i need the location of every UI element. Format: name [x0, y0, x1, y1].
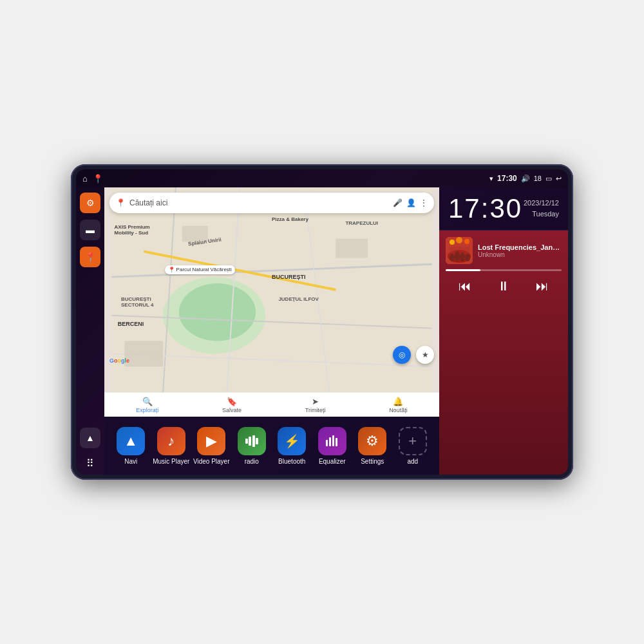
map-share-btn[interactable]: ➤ Trimiteți [305, 397, 326, 413]
map-bottom-bar: 🔍 Explorați 🔖 Salvate ➤ Trimiteți 🔔 Nout… [104, 392, 439, 417]
bluetooth-label: Bluetooth [278, 458, 305, 465]
svg-point-27 [465, 254, 470, 261]
svg-rect-20 [336, 438, 337, 446]
music-album-art [446, 237, 473, 264]
grid-icon: ⠿ [86, 457, 94, 469]
explore-icon: 🔍 [142, 397, 153, 406]
music-text: Lost Frequencies_Janie... Unknown [478, 243, 562, 258]
svg-rect-11 [336, 239, 368, 258]
map-location-btn[interactable]: ◎ [393, 346, 411, 364]
status-left: ⌂ 📍 [82, 174, 103, 184]
video-player-label: Video Player [193, 458, 230, 465]
back-icon[interactable]: ↩ [556, 175, 562, 183]
music-title: Lost Frequencies_Janie... [478, 243, 562, 251]
map-label-buc: BUCUREȘTI [272, 274, 306, 280]
map-news-btn[interactable]: 🔔 Noutăți [389, 397, 408, 413]
status-right: ▾ 17:30 🔊 18 ▭ ↩ [489, 174, 562, 183]
main-content: ⚙ ▬ 📍 ▲ ⠿ [76, 187, 568, 475]
music-progress-fill [446, 269, 480, 271]
battery-icon: ▭ [545, 175, 552, 183]
maps-status-icon[interactable]: 📍 [93, 174, 103, 184]
center-area: AXIS PremiumMobility - Sud Pizza & Baker… [104, 187, 439, 475]
svg-point-30 [464, 239, 469, 244]
maps-sidebar-btn[interactable]: 📍 [80, 247, 100, 267]
clock-day: Tuesday [524, 209, 559, 220]
news-icon: 🔔 [393, 397, 403, 406]
svg-point-25 [455, 251, 460, 261]
map-label-pizza: Pizza & Bakery [272, 216, 308, 222]
radio-label: radio [245, 458, 259, 465]
status-time: 17:30 [497, 174, 517, 183]
location-icon: ◎ [399, 350, 405, 359]
app-music-player[interactable]: ♪ Music Player [151, 427, 192, 465]
mic-icon[interactable]: 🎤 [393, 198, 402, 207]
volume-icon: 🔊 [521, 175, 530, 183]
map-saved-btn[interactable]: 🔖 Salvate [222, 397, 242, 413]
map-fab[interactable]: ★ [416, 346, 434, 364]
music-progress-bar[interactable] [446, 269, 562, 271]
saved-icon: 🔖 [227, 397, 237, 406]
app-settings[interactable]: ⚙ Settings [352, 427, 393, 465]
pause-btn[interactable]: ⏸ [492, 276, 515, 296]
equalizer-label: Equalizer [319, 458, 346, 465]
map-explore-btn[interactable]: 🔍 Explorați [136, 397, 158, 413]
share-label: Trimiteți [305, 407, 326, 413]
svg-rect-18 [329, 437, 331, 446]
map-container[interactable]: AXIS PremiumMobility - Sud Pizza & Baker… [104, 187, 439, 392]
wifi-icon: ▾ [489, 175, 493, 183]
app-navi[interactable]: ▲ Navi [111, 427, 151, 465]
app-bluetooth[interactable]: ⚡ Bluetooth [272, 427, 312, 465]
more-icon[interactable]: ⋮ [420, 198, 428, 207]
map-poi-label: Parcul Natural Văcărești [176, 267, 232, 272]
add-label: add [407, 458, 418, 465]
navi-icon: ▲ [117, 427, 145, 455]
account-icon[interactable]: 👤 [406, 198, 416, 207]
navi-label: Navi [124, 458, 137, 465]
map-search-bar[interactable]: 📍 Căutați aici 🎤 👤 ⋮ [109, 193, 434, 213]
settings-label: Settings [361, 458, 384, 465]
app-equalizer[interactable]: Equalizer [312, 427, 353, 465]
star-icon: ★ [422, 350, 429, 359]
svg-rect-15 [252, 435, 255, 447]
music-info-row: Lost Frequencies_Janie... Unknown [446, 237, 562, 264]
map-poi-parc[interactable]: 📍 Parcul Natural Văcărești [165, 265, 235, 274]
files-sidebar-btn[interactable]: ▬ [80, 220, 100, 240]
svg-rect-17 [326, 440, 328, 446]
settings-app-icon: ⚙ [358, 427, 386, 455]
music-artist: Unknown [478, 251, 562, 258]
clock-time: 17:30 [448, 195, 522, 222]
clock-date: 2023/12/12 Tuesday [524, 198, 559, 219]
map-label-berceni: BERCENI [118, 321, 144, 327]
map-pin-icon: 📍 [85, 252, 96, 262]
equalizer-icon [318, 427, 346, 455]
prev-btn[interactable]: ⏮ [453, 276, 477, 296]
next-btn[interactable]: ⏭ [531, 276, 554, 296]
home-icon[interactable]: ⌂ [82, 174, 88, 184]
share-icon: ➤ [312, 397, 319, 406]
app-video-player[interactable]: ▶ Video Player [191, 427, 232, 465]
news-label: Noutăți [389, 407, 408, 413]
sidebar: ⚙ ▬ 📍 ▲ ⠿ [76, 187, 104, 475]
grid-apps-btn[interactable]: ⠿ [86, 457, 94, 469]
app-grid: ▲ Navi ♪ Music Player ▶ [104, 417, 439, 475]
svg-point-28 [450, 240, 455, 245]
app-add[interactable]: + add [393, 427, 433, 465]
svg-rect-19 [332, 435, 334, 446]
clock-section: 17:30 2023/12/12 Tuesday [439, 187, 568, 231]
google-logo: Google [109, 357, 129, 364]
explore-label: Explorați [136, 407, 158, 413]
maps-search-icon: 📍 [116, 198, 126, 207]
map-search-text[interactable]: Căutați aici [129, 198, 389, 207]
svg-rect-16 [256, 438, 258, 444]
svg-point-24 [450, 254, 455, 261]
nav-sidebar-btn[interactable]: ▲ [80, 428, 100, 448]
svg-point-26 [460, 252, 465, 261]
bluetooth-icon: ⚡ [278, 427, 306, 455]
add-icon: + [399, 427, 427, 455]
svg-rect-13 [245, 439, 248, 444]
settings-sidebar-btn[interactable]: ⚙ [80, 193, 100, 213]
navigation-icon: ▲ [86, 433, 95, 443]
music-player-label: Music Player [153, 458, 189, 465]
app-radio[interactable]: radio [232, 427, 272, 465]
gear-icon: ⚙ [86, 198, 95, 208]
